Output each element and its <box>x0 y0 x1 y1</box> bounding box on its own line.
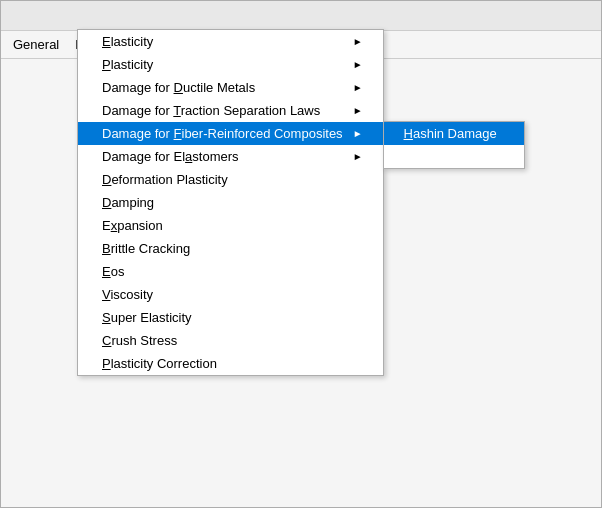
menu-general[interactable]: General <box>5 34 67 55</box>
dropdown-item-damage-traction-label: Damage for Traction Separation Laws <box>102 103 320 118</box>
dropdown-item-deformation-plasticity[interactable]: Deformation Plasticity <box>78 168 383 191</box>
dropdown-item-viscosity-label: Viscosity <box>102 287 153 302</box>
dropdown-item-brittle-cracking-label: Brittle Cracking <box>102 241 190 256</box>
dropdown-item-plasticity-label: Plasticity <box>102 57 153 72</box>
menu-general-label: General <box>13 37 59 52</box>
dropdown-item-elasticity-label: Elasticity <box>102 34 153 49</box>
dropdown-item-eos-label: Eos <box>102 264 124 279</box>
dropdown-item-crush-stress[interactable]: Crush Stress <box>78 329 383 352</box>
elasticity-arrow: ► <box>353 36 363 47</box>
damage-fiber-arrow: ► <box>353 128 363 139</box>
plasticity-arrow: ► <box>353 59 363 70</box>
dropdown-item-super-elasticity-label: Super Elasticity <box>102 310 192 325</box>
submenu-item-hashin-label: Hashin Damage <box>404 126 497 141</box>
dropdown-item-eos[interactable]: Eos <box>78 260 383 283</box>
dropdown-item-damage-fiber-label: Damage for Fiber-Reinforced Composites <box>102 126 343 141</box>
submenu-item-larc05-label: LaRC05 Damage <box>404 149 504 164</box>
dropdown-item-crush-stress-label: Crush Stress <box>102 333 177 348</box>
damage-ductile-arrow: ► <box>353 82 363 93</box>
dropdown-item-plasticity[interactable]: Plasticity ► <box>78 53 383 76</box>
dropdown-item-damage-fiber[interactable]: Damage for Fiber-Reinforced Composites ►… <box>78 122 383 145</box>
dropdown-item-damping-label: Damping <box>102 195 154 210</box>
damage-traction-arrow: ► <box>353 105 363 116</box>
dropdown-item-expansion[interactable]: Expansion <box>78 214 383 237</box>
submenu-item-hashin[interactable]: Hashin Damage <box>384 122 524 145</box>
dropdown-item-super-elasticity[interactable]: Super Elasticity <box>78 306 383 329</box>
title-bar <box>1 1 601 31</box>
dropdown-item-brittle-cracking[interactable]: Brittle Cracking <box>78 237 383 260</box>
dropdown-item-damage-traction[interactable]: Damage for Traction Separation Laws ► <box>78 99 383 122</box>
dropdown-item-damping[interactable]: Damping <box>78 191 383 214</box>
dropdown-item-elasticity[interactable]: Elasticity ► <box>78 30 383 53</box>
dropdown-item-expansion-label: Expansion <box>102 218 163 233</box>
dropdown-item-damage-ductile-label: Damage for Ductile Metals <box>102 80 255 95</box>
submenu-item-larc05[interactable]: LaRC05 Damage <box>384 145 524 168</box>
dropdown-item-deformation-plasticity-label: Deformation Plasticity <box>102 172 228 187</box>
dropdown-item-damage-elastomers[interactable]: Damage for Elastomers ► <box>78 145 383 168</box>
damage-elastomers-arrow: ► <box>353 151 363 162</box>
dropdown-item-plasticity-correction-label: Plasticity Correction <box>102 356 217 371</box>
mechanical-dropdown: Elasticity ► Plasticity ► Damage for Duc… <box>77 29 384 376</box>
app-window: General Mechanical Thermal Electrical/Ma… <box>0 0 602 508</box>
fiber-submenu: Hashin Damage LaRC05 Damage <box>383 121 525 169</box>
dropdown-item-damage-elastomers-label: Damage for Elastomers <box>102 149 239 164</box>
dropdown-item-viscosity[interactable]: Viscosity <box>78 283 383 306</box>
dropdown-item-plasticity-correction[interactable]: Plasticity Correction <box>78 352 383 375</box>
dropdown-item-damage-ductile[interactable]: Damage for Ductile Metals ► <box>78 76 383 99</box>
